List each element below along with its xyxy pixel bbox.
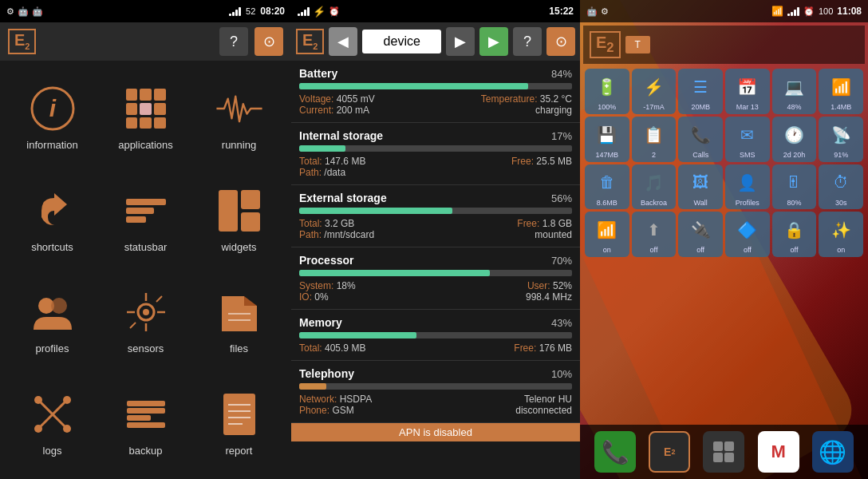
svg-point-3 xyxy=(51,298,67,314)
app-menu-grid: i information applications xyxy=(0,61,291,479)
menu-label-logs: logs xyxy=(43,445,62,457)
telephony-progress-bar xyxy=(299,383,572,390)
menu-item-running[interactable]: running xyxy=(193,67,285,168)
widget-brightness[interactable]: 🎚 80% xyxy=(772,164,817,210)
processor-title: Processor xyxy=(299,254,353,267)
external-path: Path: /mnt/sdcard xyxy=(299,229,374,240)
widget-auto-toggle[interactable]: ✨ on xyxy=(819,212,863,257)
widget-cpu[interactable]: 💻 48% xyxy=(772,69,817,114)
settings-button-left[interactable]: ⊙ xyxy=(254,27,283,56)
widget-battery[interactable]: 🔋 100% xyxy=(585,69,629,114)
widget-data[interactable]: 📶 1.4MB xyxy=(819,69,863,114)
app-logo-left: E2 xyxy=(8,29,36,54)
widget-storage[interactable]: ☰ 20MB xyxy=(678,69,723,114)
help-button-mid[interactable]: ? xyxy=(513,27,542,56)
calls-widget-label: Calls xyxy=(692,151,708,160)
forward-button-mid[interactable]: ▶ xyxy=(446,27,475,56)
menu-item-profiles[interactable]: profiles xyxy=(6,271,98,371)
telephony-section: Telephony 10% Network: HSDPA Phone: GSM … xyxy=(291,361,580,423)
mid-panel: ⚡ ⏰ 15:22 E2 ◀ device ▶ ▶ ? ⊙ Battery 84… xyxy=(291,0,580,479)
auto-toggle-label: on xyxy=(837,246,845,255)
menu-item-applications[interactable]: applications xyxy=(100,67,191,168)
wifi-toggle-icon: 📶 xyxy=(593,216,621,244)
device-info-content: Battery 84% Voltage: 4055 mV Current: 20… xyxy=(291,61,580,479)
music-widget-label: Backroa xyxy=(641,199,667,208)
brightness-widget-label: 80% xyxy=(787,199,801,208)
external-total: Total: 3.2 GB xyxy=(299,218,374,229)
widget-wifi-toggle[interactable]: 📶 on xyxy=(585,212,629,257)
widget-trash[interactable]: 🗑 8.6MB xyxy=(585,164,629,210)
widget-music[interactable]: 🎵 Backroa xyxy=(632,164,677,210)
widget-bt-toggle[interactable]: 🔷 off xyxy=(725,212,770,257)
android-icon1: 🤖 xyxy=(18,6,29,17)
menu-item-widgets[interactable]: widgets xyxy=(193,169,285,270)
menu-label-shortcuts: shortcuts xyxy=(31,241,73,253)
profiles-icon xyxy=(27,287,78,338)
widget-wifi-strength[interactable]: 📡 91% xyxy=(819,117,863,162)
widget-uptime[interactable]: 🕐 2d 20h xyxy=(772,117,817,162)
menu-item-sensors[interactable]: sensors xyxy=(100,271,191,371)
menu-item-shortcuts[interactable]: shortcuts xyxy=(6,169,98,270)
status-time-left: 08:20 xyxy=(260,6,285,17)
external-status: mounted xyxy=(517,229,572,240)
menu-item-report[interactable]: report xyxy=(193,373,285,473)
status-icons-right: 🤖 ⚙ xyxy=(586,6,609,17)
uptime-widget-label: 2d 20h xyxy=(783,151,806,160)
help-button-left[interactable]: ? xyxy=(219,27,248,56)
dock-e2[interactable]: E2 xyxy=(649,431,690,473)
menu-item-logs[interactable]: logs xyxy=(6,373,98,473)
dock-browser[interactable]: 🌐 xyxy=(812,431,854,473)
widget-clipboard[interactable]: 📋 2 xyxy=(632,117,677,162)
wifi-icon-right: 📶 xyxy=(771,6,783,17)
widget-wall[interactable]: 🖼 Wall xyxy=(678,164,723,210)
sms-widget-label: SMS xyxy=(740,151,756,160)
bottom-dock: 📞 E2 M 🌐 xyxy=(580,425,868,479)
menu-item-backup[interactable]: backup xyxy=(100,373,191,473)
battery-widget-icon: 🔋 xyxy=(593,73,621,101)
storage-widget-label: 20MB xyxy=(691,103,710,112)
widget-usb-toggle[interactable]: 🔌 off xyxy=(678,212,723,257)
widget-sms[interactable]: ✉ SMS xyxy=(725,117,770,162)
internal-title: Internal storage xyxy=(299,129,383,142)
menu-item-statusbar[interactable]: statusbar xyxy=(100,169,191,270)
dock-gmail[interactable]: M xyxy=(758,431,799,473)
telephony-carrier: Telenor HU xyxy=(515,394,572,405)
battery-temp: Temperature: 35.2 °C xyxy=(481,93,572,105)
battery-title: Battery xyxy=(299,67,337,80)
menu-item-files[interactable]: files xyxy=(193,271,285,371)
widget-date[interactable]: 📅 Mar 13 xyxy=(725,69,770,114)
external-free: Free: 1.8 GB xyxy=(517,218,572,229)
internal-progress-fill xyxy=(299,145,345,152)
widget-lock-toggle[interactable]: 🔒 off xyxy=(772,212,817,257)
memory-progress-fill xyxy=(299,332,416,338)
processor-percent: 70% xyxy=(551,255,572,267)
auto-toggle-icon: ✨ xyxy=(827,216,855,244)
menu-item-information[interactable]: i information xyxy=(6,67,98,168)
usb-toggle-icon: 🔌 xyxy=(686,216,715,244)
widget-timer[interactable]: ⏱ 30s xyxy=(819,164,863,210)
bt-toggle-icon: 🔷 xyxy=(733,216,762,244)
top-bar-left: E2 ? ⊙ xyxy=(0,22,291,61)
back-button-mid[interactable]: ◀ xyxy=(329,27,357,56)
widget-profiles[interactable]: 👤 Profiles xyxy=(725,164,770,210)
widget-calls[interactable]: 📞 Calls xyxy=(678,117,723,162)
widget-current[interactable]: ⚡ -17mA xyxy=(632,69,677,114)
battery-widget-label: 100% xyxy=(598,103,616,112)
report-icon xyxy=(214,389,265,440)
telephony-status: disconnected xyxy=(515,405,572,416)
processor-progress-bar xyxy=(299,270,572,276)
svg-point-19 xyxy=(63,396,71,404)
status-right-side: 📶 ⏰ 100 11:08 xyxy=(771,6,862,17)
play-button-mid[interactable]: ▶ xyxy=(479,27,508,56)
external-progress-bar xyxy=(299,208,572,214)
settings-button-mid[interactable]: ⊙ xyxy=(546,27,575,56)
dock-tiles[interactable] xyxy=(703,431,744,473)
profiles-widget-icon: 👤 xyxy=(733,168,762,197)
dock-phone[interactable]: 📞 xyxy=(594,431,636,473)
widget-data-toggle[interactable]: ⬆ off xyxy=(632,212,677,257)
right-tab[interactable]: T xyxy=(625,36,650,53)
trash-widget-icon: 🗑 xyxy=(593,168,621,197)
backup-icon xyxy=(120,389,172,440)
brightness-widget-icon: 🎚 xyxy=(779,168,808,197)
widget-ram[interactable]: 💾 147MB xyxy=(585,117,629,162)
